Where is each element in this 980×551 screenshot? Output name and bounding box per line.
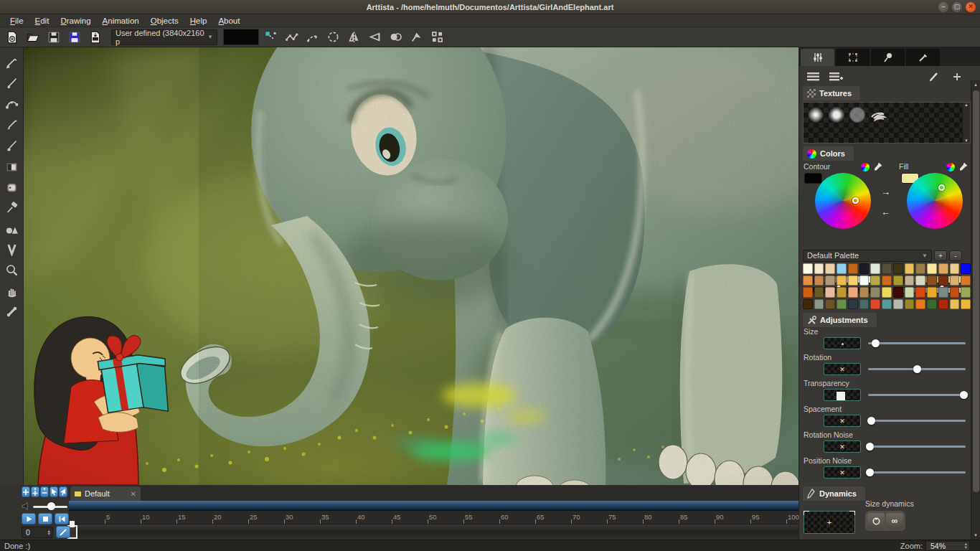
palette-swatch-r3-c11[interactable] bbox=[927, 299, 937, 310]
palette-swatch-r0-c12[interactable] bbox=[938, 263, 948, 274]
texture-noise[interactable] bbox=[849, 107, 866, 123]
current-frame-spinner[interactable]: 0 ▲▼ bbox=[22, 527, 53, 538]
spinner-arrows-icon[interactable]: ▲▼ bbox=[47, 529, 52, 536]
adjustment-preview[interactable]: ✕ bbox=[824, 415, 861, 427]
fill-color-wheel[interactable] bbox=[907, 173, 963, 229]
copy-contour-to-fill-button[interactable]: → bbox=[881, 187, 890, 197]
adjustment-preview[interactable]: ✕ bbox=[824, 441, 861, 453]
palette-swatch-r1-c13[interactable] bbox=[950, 276, 960, 286]
tool-brush[interactable] bbox=[2, 72, 21, 93]
animation-tab-default[interactable]: Default ✕ bbox=[70, 486, 141, 501]
palette-swatch-r2-c5[interactable] bbox=[859, 287, 870, 298]
minimize-button[interactable]: – bbox=[938, 2, 948, 12]
texture-scribble[interactable] bbox=[870, 107, 887, 123]
close-button[interactable]: ✕ bbox=[966, 2, 976, 12]
tool-eraser[interactable] bbox=[2, 156, 21, 176]
add-button[interactable] bbox=[948, 69, 966, 85]
arrange-grid-icon[interactable] bbox=[428, 29, 446, 46]
palette-swatch-r0-c0[interactable] bbox=[803, 263, 813, 274]
zoom-spinner[interactable]: 54% ▲▼ bbox=[925, 541, 970, 551]
scroll-up-icon[interactable]: ▲ bbox=[971, 80, 980, 89]
stop-button[interactable] bbox=[38, 513, 52, 524]
palette-swatch-r2-c11[interactable] bbox=[927, 287, 937, 298]
tool-pencil[interactable] bbox=[2, 52, 21, 72]
palette-add-button[interactable]: + bbox=[934, 250, 947, 261]
palette-swatch-r1-c1[interactable] bbox=[814, 276, 824, 286]
palette-swatch-r0-c10[interactable] bbox=[915, 263, 925, 274]
tool-shapes[interactable] bbox=[2, 218, 21, 239]
tool-texture-brush[interactable] bbox=[2, 197, 21, 218]
palette-swatch-r1-c5[interactable] bbox=[859, 276, 870, 286]
tool-ink-brush[interactable] bbox=[2, 135, 21, 156]
adjustment-slider-track[interactable] bbox=[868, 471, 966, 474]
palette-swatch-r1-c11[interactable] bbox=[927, 276, 937, 286]
interpolation-pen-button[interactable] bbox=[56, 526, 70, 538]
scroll-down-icon[interactable]: ▼ bbox=[971, 531, 980, 540]
adjustment-slider-track[interactable] bbox=[868, 394, 966, 396]
menu-animation[interactable]: Animation bbox=[97, 16, 145, 26]
adjustment-preview[interactable] bbox=[824, 389, 861, 401]
texture-list[interactable]: ▲▼ bbox=[803, 102, 971, 143]
palette-swatch-r0-c14[interactable] bbox=[961, 263, 971, 274]
palette-swatch-r2-c13[interactable] bbox=[950, 287, 960, 298]
palette-swatch-r2-c4[interactable] bbox=[848, 287, 858, 298]
timeline-ruler[interactable]: 5101520253035404550556065707580859095100 bbox=[69, 511, 798, 524]
panel-scrollbar[interactable]: ▲ ▼ bbox=[971, 80, 980, 540]
close-tab-icon[interactable]: ✕ bbox=[131, 490, 136, 498]
path-nodes-icon[interactable] bbox=[282, 29, 301, 46]
export-image-button[interactable] bbox=[87, 29, 104, 46]
palette-swatch-r3-c0[interactable] bbox=[803, 299, 813, 310]
palette-swatch-r1-c14[interactable] bbox=[961, 276, 971, 286]
palette-swatch-r3-c3[interactable] bbox=[837, 299, 847, 310]
tab-pin[interactable] bbox=[871, 49, 905, 66]
palette-swatch-r3-c13[interactable] bbox=[950, 299, 960, 310]
remove-keyframe-button[interactable] bbox=[40, 486, 49, 497]
fill-eyedropper-icon[interactable] bbox=[958, 162, 968, 172]
palette-swatch-r1-c2[interactable] bbox=[825, 276, 835, 286]
blend-tool-icon[interactable] bbox=[386, 29, 405, 46]
palette-swatch-r0-c13[interactable] bbox=[950, 263, 960, 274]
menu-help[interactable]: Help bbox=[184, 16, 213, 26]
palette-swatch-r2-c0[interactable] bbox=[803, 287, 813, 298]
texture-hard-round[interactable] bbox=[828, 107, 845, 123]
palette-swatch-r1-c10[interactable] bbox=[915, 276, 925, 286]
palette-swatch-r0-c6[interactable] bbox=[870, 263, 880, 274]
palette-swatch-r2-c14[interactable] bbox=[961, 287, 971, 298]
adjustment-slider-track[interactable] bbox=[868, 368, 966, 370]
adjustment-preview[interactable] bbox=[824, 337, 861, 349]
maximize-button[interactable]: ▢ bbox=[952, 2, 962, 12]
tool-fold[interactable] bbox=[2, 239, 21, 260]
new-file-button[interactable] bbox=[4, 29, 21, 46]
add-keyframe-button[interactable] bbox=[31, 486, 39, 497]
palette-swatch-r3-c12[interactable] bbox=[938, 299, 948, 310]
speaker-icon[interactable] bbox=[22, 501, 31, 511]
adjustment-slider-track[interactable] bbox=[868, 420, 966, 422]
adjustment-preview[interactable]: ✕ bbox=[824, 363, 861, 375]
palette-swatch-r3-c7[interactable] bbox=[882, 299, 892, 310]
palette-swatch-r1-c7[interactable] bbox=[882, 276, 892, 286]
palette-swatch-r1-c0[interactable] bbox=[803, 276, 813, 286]
current-color-swatch[interactable] bbox=[223, 29, 259, 45]
adjustment-slider-handle[interactable] bbox=[866, 443, 874, 451]
textures-header[interactable]: Textures bbox=[803, 86, 860, 100]
adjustments-header[interactable]: Adjustments bbox=[803, 313, 877, 327]
menu-edit[interactable]: Edit bbox=[29, 16, 55, 26]
palette-swatch-r0-c3[interactable] bbox=[837, 263, 847, 274]
save-button[interactable] bbox=[45, 29, 62, 46]
palette-swatch-r0-c8[interactable] bbox=[893, 263, 903, 274]
list-view-button[interactable] bbox=[804, 69, 822, 85]
contour-color-swatch[interactable] bbox=[804, 173, 822, 184]
list-add-button[interactable] bbox=[826, 69, 845, 85]
adjustment-slider-handle[interactable] bbox=[866, 468, 874, 476]
contour-eyedropper-icon[interactable] bbox=[872, 162, 882, 172]
palette-dropdown[interactable]: Default Palette ▼ bbox=[803, 250, 932, 262]
contour-color-wheel[interactable] bbox=[815, 173, 871, 229]
palette-swatch-r1-c8[interactable] bbox=[893, 276, 903, 286]
palette-swatch-r3-c5[interactable] bbox=[859, 299, 870, 310]
tool-bezier[interactable] bbox=[2, 93, 21, 114]
palette-swatch-r2-c12[interactable] bbox=[938, 287, 948, 298]
spinner-arrows-icon[interactable]: ▲▼ bbox=[964, 542, 969, 549]
go-first-frame-button[interactable] bbox=[55, 513, 69, 524]
node-select-icon[interactable] bbox=[261, 29, 280, 46]
tool-soft-eraser[interactable] bbox=[2, 176, 21, 197]
